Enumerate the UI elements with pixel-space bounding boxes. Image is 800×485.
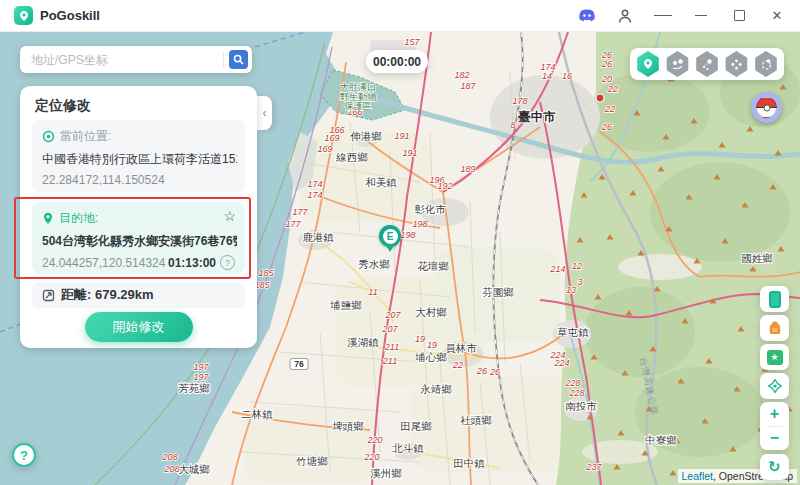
road-number-label: 26 — [489, 367, 500, 377]
road-number-label: 191 — [402, 148, 417, 158]
undo-icon: ↺ — [768, 458, 781, 476]
pokeball-marker[interactable] — [751, 92, 782, 123]
multi-spot-mode-icon[interactable] — [695, 51, 719, 77]
road-number-label: 177 — [285, 219, 301, 229]
mode-toolbar — [630, 48, 784, 80]
destination-marker[interactable]: E — [379, 225, 401, 247]
road-number-label: 189 — [460, 164, 475, 174]
device-button[interactable] — [760, 286, 789, 312]
locate-button[interactable] — [760, 373, 789, 399]
road-number-label: 169 — [324, 133, 339, 143]
phone-icon — [769, 291, 781, 308]
account-icon[interactable] — [616, 7, 634, 25]
maximize-button[interactable] — [730, 7, 748, 25]
discord-icon[interactable] — [578, 7, 596, 25]
titlebar: PoGoskill ✕ — [0, 0, 800, 32]
road-number-label: 208 — [161, 452, 177, 462]
app-logo-icon — [14, 6, 33, 25]
town-label: 社頭鄉 — [460, 414, 492, 426]
destination-card: 目的地: ☆ 504台湾彰化縣秀水鄉安溪街76巷76號 24.044257,12… — [32, 202, 245, 274]
backpack-icon — [767, 320, 783, 336]
road-number-label: 198 — [400, 230, 415, 240]
current-location-label: 當前位置: — [60, 128, 111, 145]
road-number-label: 228 — [568, 388, 584, 398]
current-location-card: 當前位置: 中國香港特別行政區上環荷李活道151號Iz... 22.284172… — [32, 120, 245, 192]
road-number-label: 224 — [553, 358, 569, 368]
road-number-label: 237 — [585, 462, 602, 472]
town-label: 芳苑鄉 — [178, 382, 210, 394]
joystick-mode-icon[interactable] — [725, 51, 749, 77]
distance-value: 距離: 679.29km — [61, 286, 154, 304]
road-number-label: 19 — [427, 340, 437, 350]
location-panel: 定位修改 當前位置: 中國香港特別行政區上環荷李活道151號Iz... 22.2… — [20, 86, 257, 348]
eta-value: 01:13:00 — [168, 256, 216, 270]
search-input[interactable] — [29, 52, 218, 68]
teleport-mode-icon[interactable] — [636, 51, 660, 77]
road-number-label: 207 — [381, 324, 398, 334]
road-number-label: 220 — [363, 452, 379, 462]
road-number-label: 12 — [572, 261, 582, 271]
start-modify-button[interactable]: 開始修改 — [85, 312, 193, 342]
minimize-button[interactable] — [692, 7, 710, 25]
road-number-label: 208 — [163, 464, 179, 474]
leaflet-link[interactable]: Leaflet — [682, 470, 714, 482]
menu-icon[interactable] — [654, 7, 672, 25]
town-label: 永靖鄉 — [420, 383, 452, 395]
road-number-label: 220 — [366, 435, 382, 445]
road-number-label: 14 — [542, 71, 552, 81]
town-label: 田尾鄉 — [400, 420, 432, 432]
map-valley — [618, 254, 702, 280]
town-label: 竹塘鄉 — [295, 455, 328, 467]
star-box-icon: ★ — [767, 350, 783, 365]
road-number-label: 174 — [307, 190, 322, 200]
current-location-address: 中國香港特別行政區上環荷李活道151號Iz... — [42, 151, 237, 168]
eta-help-icon[interactable]: ? — [220, 255, 235, 270]
search-button[interactable] — [229, 50, 248, 69]
road-number-label: 22 — [452, 360, 463, 370]
close-button[interactable]: ✕ — [768, 7, 786, 25]
road-number-label: 174 — [307, 179, 322, 189]
town-label: 秀水鄉 — [358, 258, 390, 270]
route-mode-icon[interactable] — [754, 51, 778, 77]
two-spot-mode-icon[interactable] — [666, 51, 690, 77]
locate-icon — [767, 378, 783, 394]
app-title: PoGoskill — [40, 8, 100, 23]
panel-title: 定位修改 — [35, 97, 91, 115]
road-number-label: 26 — [476, 366, 487, 376]
town-label: 大城鄉 — [178, 463, 210, 475]
town-label: 彰化市 — [414, 203, 446, 215]
town-label: 草屯鎮 — [557, 326, 589, 338]
road-number-label: 177 — [292, 207, 308, 217]
road-number-label: 13 — [566, 285, 576, 295]
town-label: 溪湖鎮 — [347, 336, 379, 348]
town-label: 和美鎮 — [365, 176, 397, 188]
favorite-star-icon[interactable]: ☆ — [223, 209, 236, 223]
town-label: 臺中市 — [517, 110, 556, 124]
town-label: 田中鎮 — [453, 457, 485, 469]
road-number-label: 26 — [601, 122, 612, 132]
town-label: 線西鄉 — [335, 151, 368, 163]
zoom-out-button[interactable]: − — [760, 427, 789, 450]
road-number-label: 20 — [601, 74, 612, 84]
town-label: 國姓鄉 — [741, 252, 773, 264]
help-button[interactable]: ? — [12, 443, 36, 467]
road-number-label: 185 — [258, 268, 274, 278]
road-number-label: 211 — [384, 342, 399, 352]
protected-area-label: 大肚溪口 — [340, 82, 376, 92]
distance-row: 距離: 679.29km — [32, 282, 245, 308]
road-number-label: 211 — [382, 356, 397, 366]
protected-area-label: 野生動物 — [340, 92, 376, 102]
zoom-in-button[interactable]: + — [760, 403, 789, 426]
town-label: 埤頭鄉 — [332, 420, 364, 432]
road-number-label: 207 — [384, 310, 401, 320]
collection-button[interactable]: ★ — [760, 344, 789, 370]
road-number-label: 169 — [317, 144, 332, 154]
road-number-label: 187 — [460, 81, 476, 91]
panel-collapse-tab[interactable]: ‹ — [257, 96, 272, 130]
road-number-label: 8 — [510, 120, 515, 130]
undo-button[interactable]: ↺ — [760, 454, 789, 480]
road-number-label: 22 — [607, 84, 618, 94]
road-number-label: 198 — [412, 219, 427, 229]
backpack-button[interactable] — [760, 315, 789, 341]
pokeball-icon — [756, 97, 777, 118]
